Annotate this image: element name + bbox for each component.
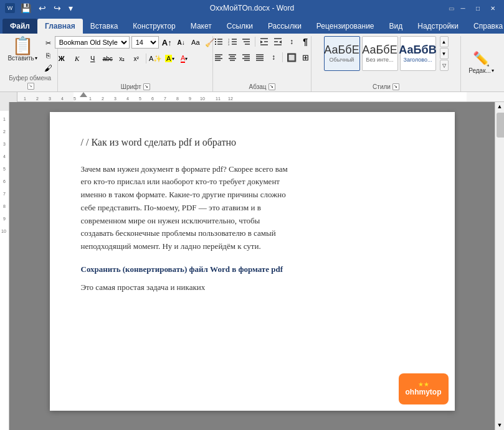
clipboard-small-btns: ✂ ⎘ 🖌 (42, 37, 55, 73)
editing-group: ✏️ Редак... ▾ (461, 36, 502, 91)
paragraph-content: 123 ↕ ¶ (212, 36, 311, 82)
style-heading[interactable]: АаБбВ Заголово... (400, 36, 436, 71)
paste-label: Вставить (7, 55, 34, 62)
maximize-button[interactable]: □ (472, 2, 484, 14)
align-center-button[interactable] (226, 52, 239, 63)
svg-rect-3 (215, 39, 216, 40)
sort-button[interactable]: ↕ (285, 36, 298, 47)
scrollbar-down-button[interactable]: ▼ (495, 421, 504, 430)
font-group: Bookman Old Style 14 A↑ A↓ Аа 🧹 Ж К Ч ab… (58, 36, 213, 91)
more-quickaccess[interactable]: ▾ (67, 3, 75, 13)
highlight-button[interactable]: А▾ (164, 53, 176, 64)
format-painter-button[interactable]: 🖌 (42, 62, 55, 73)
editing-button[interactable]: ✏️ Редак... ▾ (466, 49, 497, 77)
font-expand[interactable]: ↘ (143, 83, 150, 90)
styles-scroll-down[interactable]: ▼ (440, 48, 449, 59)
font-name-row: Bookman Old Style 14 A↑ A↓ Аа 🧹 (55, 36, 216, 49)
styles-scroll-up[interactable]: ▲ (440, 36, 449, 47)
ruler-marks-svg: 1 2 3 4 5 1 2 3 4 5 6 7 8 9 10 11 12 (17, 92, 504, 102)
cut-button[interactable]: ✂ (42, 37, 55, 49)
numbered-list-button[interactable]: 123 (226, 36, 239, 47)
font-format-row: Ж К Ч abc x₂ x² A✨ А▾ А▾ (55, 53, 191, 64)
document-page: / / Как из word сделать pdf и обратно За… (50, 112, 455, 411)
ruler-left-side (0, 92, 17, 102)
tab-addins[interactable]: Надстройки (410, 19, 466, 34)
tab-layout[interactable]: Макет (183, 19, 219, 34)
tab-help[interactable]: Справка (466, 19, 504, 34)
strikethrough-button[interactable]: abc (102, 53, 114, 64)
svg-text:8: 8 (176, 96, 179, 101)
justify-button[interactable] (254, 52, 266, 63)
vertical-ruler-marks: 1 2 3 4 5 6 7 8 9 10 (0, 102, 9, 401)
minimize-button[interactable]: ─ (457, 2, 469, 14)
decrease-font-button[interactable]: A↓ (175, 37, 188, 48)
align-left-button[interactable] (212, 52, 225, 63)
bullet-list-button[interactable] (212, 36, 225, 47)
svg-text:8: 8 (3, 204, 6, 208)
font-label-row: Шрифт ↘ (121, 82, 150, 91)
svg-text:1: 1 (3, 117, 6, 121)
scrollbar-thumb[interactable] (497, 113, 504, 138)
font-name-select[interactable]: Bookman Old Style (55, 36, 130, 49)
superscript-button[interactable]: x² (130, 53, 143, 64)
svg-rect-4 (215, 41, 216, 42)
tab-file[interactable]: Файл (2, 19, 37, 34)
scrollbar-up-button[interactable]: ▲ (495, 102, 504, 111)
font-size-select[interactable]: 14 (131, 36, 159, 49)
tab-review[interactable]: Рецензирование (309, 19, 382, 34)
copy-button[interactable]: ⎘ (42, 50, 55, 61)
svg-text:10: 10 (200, 96, 205, 101)
svg-text:10: 10 (1, 229, 6, 233)
svg-text:5: 5 (3, 167, 6, 171)
increase-indent-button[interactable] (272, 36, 284, 47)
save-quickaccess[interactable]: 💾 (19, 3, 33, 13)
ruler-container: 1 2 3 4 5 1 2 3 4 5 6 7 8 9 10 11 12 (0, 92, 504, 102)
font-color-button[interactable]: А▾ (178, 53, 191, 64)
style-noformat-name: Без инте... (366, 57, 394, 63)
change-case-button[interactable]: Аа (189, 37, 202, 48)
tab-home[interactable]: Главная (37, 19, 83, 34)
ribbon-display-btn[interactable]: ▭ (449, 5, 454, 12)
subscript-button[interactable]: x₂ (116, 53, 128, 64)
multilevel-list-button[interactable] (240, 36, 252, 47)
styles-label: Стили (373, 83, 391, 90)
tab-view[interactable]: Вид (382, 19, 411, 34)
document-area[interactable]: / / Как из word сделать pdf и обратно За… (9, 102, 495, 430)
document-title: / / Как из word сделать pdf и обратно (81, 137, 424, 148)
editing-label-row: Редак... ▾ (468, 67, 494, 74)
undo-quickaccess[interactable]: ↩ (37, 3, 48, 13)
align-right-button[interactable] (240, 52, 252, 63)
tab-insert[interactable]: Вставка (83, 19, 126, 34)
scrollbar-track[interactable] (495, 139, 504, 421)
watermark-stars: ★★ (418, 381, 429, 388)
editing-dropdown-arrow[interactable]: ▾ (492, 68, 494, 73)
title-bar-left: W 💾 ↩ ↪ ▾ (5, 3, 75, 13)
style-normal[interactable]: АаБбЕ Обычный (324, 36, 360, 71)
close-button[interactable]: ✕ (487, 2, 499, 14)
show-marks-button[interactable]: ¶ (299, 36, 311, 47)
styles-expand[interactable]: ↘ (392, 83, 399, 90)
style-noformat[interactable]: АаБбЕ Без инте... (362, 36, 398, 71)
bold-button[interactable]: Ж (55, 53, 69, 64)
italic-button[interactable]: К (70, 53, 84, 64)
decrease-indent-button[interactable] (258, 36, 270, 47)
underline-button[interactable]: Ч (86, 53, 100, 64)
redo-quickaccess[interactable]: ↪ (52, 3, 63, 13)
paragraph-expand[interactable]: ↘ (269, 83, 275, 90)
clipboard-expand[interactable]: ↘ (27, 83, 34, 90)
text-effects-button[interactable]: A✨ (150, 53, 162, 64)
borders-button[interactable]: ⊞ (299, 52, 311, 63)
paragraph-row1: 123 ↕ ¶ (212, 36, 311, 47)
increase-font-button[interactable]: A↑ (161, 37, 173, 48)
paste-dropdown-arrow[interactable]: ▾ (35, 55, 37, 61)
shading-button[interactable]: 🔲 (285, 52, 298, 63)
tab-design[interactable]: Конструктор (125, 19, 183, 34)
styles-more[interactable]: ▽ (440, 60, 449, 71)
line-spacing-button[interactable]: ↕ (267, 52, 280, 63)
tab-mailings[interactable]: Рассылки (260, 19, 309, 34)
paste-button[interactable]: 📋 Вставить ▾ (5, 36, 39, 63)
right-scrollbar[interactable]: ▲ ▼ (495, 102, 504, 430)
clipboard-group: 📋 Вставить ▾ ✂ ⎘ 🖌 Буфер обмена ↘ (2, 36, 58, 91)
tab-references[interactable]: Ссылки (219, 19, 260, 34)
title-bar-controls: ▭ ─ □ ✕ (449, 2, 499, 14)
